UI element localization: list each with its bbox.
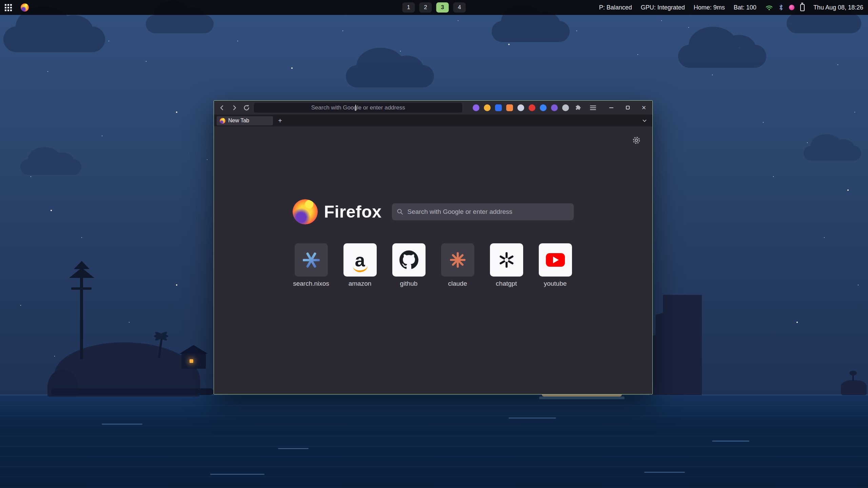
chevron-down-icon — [642, 118, 648, 124]
extension-icon-7[interactable] — [540, 104, 547, 111]
shortcut-amazon[interactable]: a amazon — [343, 243, 377, 287]
battery-icon — [800, 4, 805, 11]
shortcut-label: chatgpt — [496, 280, 517, 287]
shortcut-tile[interactable] — [295, 243, 328, 277]
extension-icon-5[interactable] — [517, 104, 524, 111]
workspace-button-3-active[interactable]: 3 — [436, 2, 449, 13]
palm-tree — [151, 331, 170, 340]
island-watchtower — [47, 268, 224, 396]
firefox-launcher-icon[interactable] — [21, 3, 29, 12]
github-octocat-icon — [399, 250, 418, 269]
menu-button[interactable] — [588, 103, 598, 113]
cloud — [804, 146, 861, 161]
shortcut-tile[interactable] — [441, 243, 474, 277]
newtab-search-box[interactable] — [392, 203, 574, 220]
back-button[interactable] — [217, 103, 227, 113]
search-icon — [397, 208, 403, 215]
new-tab-button[interactable]: + — [276, 116, 284, 125]
newtab-settings-button[interactable] — [632, 136, 641, 145]
close-button[interactable]: × — [639, 103, 649, 113]
desktop: { "colors": { "workspace_active": "#98cf… — [0, 0, 868, 488]
tab-new-tab[interactable]: New Tab — [217, 116, 273, 125]
minimize-button[interactable] — [606, 103, 616, 113]
shortcut-claude[interactable]: claude — [441, 243, 474, 287]
shortcut-tile[interactable] — [539, 243, 572, 277]
newtab-page: Firefox search.nixos a amazon — [214, 126, 652, 394]
shortcut-label: youtube — [544, 280, 567, 287]
far-islet — [841, 380, 867, 395]
battery-status: Bat: 100 — [734, 4, 756, 11]
urlbar[interactable]: Search with Google or enter address — [254, 103, 462, 113]
status-bar: 1 2 3 4 P: Balanced GPU: Integrated Home… — [0, 0, 868, 15]
extensions-button[interactable] — [573, 103, 584, 113]
shortcut-label: github — [400, 280, 418, 287]
recorder-indicator-icon — [789, 5, 794, 10]
statusbar-right: P: Balanced GPU: Integrated Home: 9ms Ba… — [599, 4, 863, 11]
cloud — [20, 159, 81, 175]
extension-icon-2[interactable] — [484, 104, 491, 111]
browser-toolbar: Search with Google or enter address — [214, 101, 652, 115]
minimize-icon — [609, 107, 613, 108]
watchtower-roof — [69, 268, 94, 278]
list-all-tabs-button[interactable] — [642, 118, 648, 124]
hut-lit-window — [190, 359, 193, 363]
shortcut-search-nixos[interactable]: search.nixos — [295, 243, 328, 287]
reload-icon — [243, 104, 250, 111]
workspace-button-1[interactable]: 1 — [402, 2, 415, 13]
app-launcher-icon[interactable] — [5, 4, 12, 11]
workspace-button-2[interactable]: 2 — [419, 2, 432, 13]
shortcut-youtube[interactable]: youtube — [539, 243, 572, 287]
workspace-button-4[interactable]: 4 — [453, 2, 466, 13]
reload-button[interactable] — [242, 103, 251, 113]
extension-icon-9[interactable] — [562, 104, 569, 111]
shortcut-tile[interactable]: a — [343, 243, 377, 277]
wifi-icon — [765, 4, 773, 11]
maximize-icon — [626, 106, 630, 109]
shortcut-tile[interactable] — [490, 243, 523, 277]
amazon-icon: a — [355, 251, 365, 269]
shortcut-chatgpt[interactable]: chatgpt — [490, 243, 523, 287]
shortcut-github[interactable]: github — [392, 243, 426, 287]
cloud — [787, 14, 861, 33]
shallow-water — [539, 396, 625, 399]
extension-icon-3[interactable] — [495, 104, 502, 111]
newtab-search-input[interactable] — [407, 208, 569, 216]
maximize-button[interactable] — [623, 103, 633, 113]
wave — [102, 424, 142, 425]
extension-icon-6[interactable] — [529, 104, 535, 111]
hut-roof — [179, 345, 208, 354]
power-profile-status: P: Balanced — [599, 4, 632, 11]
wave — [644, 472, 685, 473]
wave — [278, 448, 309, 449]
network-latency-status: Home: 9ms — [694, 4, 725, 11]
tab-label: New Tab — [228, 118, 249, 124]
chatgpt-logo-icon — [498, 251, 515, 269]
shortcut-tile[interactable] — [392, 243, 426, 277]
hut — [181, 353, 206, 369]
cloud — [492, 21, 570, 42]
urlbar-placeholder: Search with Google or enter address — [311, 104, 405, 111]
text-caret — [355, 105, 356, 111]
extension-icon-4[interactable] — [506, 104, 513, 111]
cloud — [346, 65, 434, 87]
gpu-status: GPU: Integrated — [641, 4, 685, 11]
puzzle-icon — [575, 104, 582, 111]
statusbar-icons — [765, 4, 805, 11]
cliff — [649, 295, 702, 395]
statusbar-left — [5, 3, 29, 12]
watchtower-platform — [71, 287, 92, 290]
extension-icon-1[interactable] — [473, 104, 479, 111]
firefox-wordmark: Firefox — [324, 202, 381, 222]
extension-icon-8[interactable] — [551, 104, 558, 111]
shortcut-label: search.nixos — [293, 280, 329, 287]
shortcut-grid: search.nixos a amazon github — [295, 243, 572, 287]
tab-bar: New Tab + — [214, 115, 652, 126]
firefox-window: Search with Google or enter address — [214, 100, 653, 394]
forward-button[interactable] — [230, 103, 239, 113]
chevron-right-icon — [231, 104, 238, 111]
cloud — [146, 15, 214, 33]
nixos-snowflake-icon — [302, 251, 320, 269]
cloud — [3, 26, 105, 52]
islet-tree — [852, 374, 854, 381]
wave — [210, 474, 264, 475]
